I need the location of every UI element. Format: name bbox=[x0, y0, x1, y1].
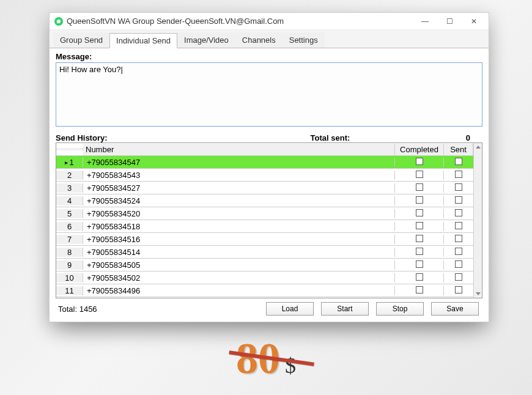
window-title: QueenSoftVN WA Group Sender-QueenSoft.VN… bbox=[67, 17, 413, 26]
load-button[interactable]: Load bbox=[266, 302, 314, 316]
cell-sent[interactable] bbox=[444, 273, 473, 282]
sent-checkbox[interactable] bbox=[455, 273, 462, 281]
cell-number[interactable]: +79055834520 bbox=[83, 209, 395, 218]
message-input[interactable] bbox=[56, 62, 482, 127]
completed-checkbox[interactable] bbox=[416, 209, 423, 216]
table-row[interactable]: 7+79055834516 bbox=[56, 233, 473, 246]
cell-number[interactable]: +79055834527 bbox=[83, 183, 395, 193]
table-row[interactable]: ▸1+79055834547 bbox=[56, 156, 473, 169]
table-row[interactable]: 8+79055834514 bbox=[56, 246, 473, 259]
cell-completed[interactable] bbox=[395, 260, 444, 270]
grid-header-row: Number Completed Sent bbox=[56, 143, 473, 156]
history-header: Send History: Total sent: 0 bbox=[56, 133, 482, 142]
cell-number[interactable]: +79055834516 bbox=[83, 235, 395, 244]
cell-number[interactable]: +79055834496 bbox=[83, 286, 395, 295]
col-number[interactable]: Number bbox=[83, 144, 395, 155]
table-row[interactable]: 4+79055834524 bbox=[56, 194, 473, 207]
app-window: QueenSoftVN WA Group Sender-QueenSoft.VN… bbox=[49, 12, 489, 322]
cell-sent[interactable] bbox=[444, 248, 473, 257]
tab-channels[interactable]: Channels bbox=[235, 32, 283, 48]
cell-sent[interactable] bbox=[444, 286, 473, 295]
cell-completed[interactable] bbox=[395, 196, 444, 205]
cell-completed[interactable] bbox=[395, 248, 444, 257]
footer-buttons: Load Start Stop Save bbox=[266, 302, 482, 316]
row-index: 9 bbox=[56, 260, 83, 270]
table-row[interactable]: 5+79055834520 bbox=[56, 207, 473, 220]
completed-checkbox[interactable] bbox=[416, 248, 423, 255]
cell-number[interactable]: +79055834543 bbox=[83, 171, 395, 180]
col-sent[interactable]: Sent bbox=[444, 144, 473, 155]
tab-bar: Group SendIndividual SendImage/VideoChan… bbox=[50, 30, 489, 48]
completed-checkbox[interactable] bbox=[416, 171, 423, 178]
start-button[interactable]: Start bbox=[321, 302, 369, 316]
sent-checkbox[interactable] bbox=[455, 286, 462, 293]
completed-checkbox[interactable] bbox=[416, 196, 423, 204]
cell-completed[interactable] bbox=[395, 222, 444, 231]
tab-group-send[interactable]: Group Send bbox=[53, 32, 109, 48]
cell-sent[interactable] bbox=[444, 260, 473, 270]
cell-sent[interactable] bbox=[444, 171, 473, 180]
price-display: 80 $ bbox=[236, 333, 296, 384]
sent-checkbox[interactable] bbox=[455, 235, 462, 242]
cell-sent[interactable] bbox=[444, 222, 473, 231]
cell-number[interactable]: +79055834518 bbox=[83, 222, 395, 231]
cell-number[interactable]: +79055834524 bbox=[83, 196, 395, 205]
completed-checkbox[interactable] bbox=[416, 273, 423, 281]
table-row[interactable]: 3+79055834527 bbox=[56, 182, 473, 194]
tab-individual-send[interactable]: Individual Send bbox=[109, 33, 177, 48]
cell-sent[interactable] bbox=[444, 183, 473, 193]
save-button[interactable]: Save bbox=[431, 302, 479, 316]
row-index: 5 bbox=[56, 209, 83, 218]
cell-number[interactable]: +79055834514 bbox=[83, 248, 395, 257]
tab-image-video[interactable]: Image/Video bbox=[177, 32, 235, 48]
sent-checkbox[interactable] bbox=[455, 158, 462, 165]
cell-completed[interactable] bbox=[395, 273, 444, 282]
tab-settings[interactable]: Settings bbox=[283, 32, 325, 48]
table-row[interactable]: 11+79055834496 bbox=[56, 284, 473, 297]
cell-sent[interactable] bbox=[444, 196, 473, 205]
table-row[interactable]: 10+79055834502 bbox=[56, 271, 473, 284]
cell-completed[interactable] bbox=[395, 209, 444, 218]
grid-scrollbar[interactable] bbox=[473, 143, 482, 298]
whatsapp-icon bbox=[54, 17, 63, 26]
minimize-button[interactable]: — bbox=[413, 14, 437, 29]
col-completed[interactable]: Completed bbox=[395, 144, 444, 155]
table-row[interactable]: 6+79055834518 bbox=[56, 220, 473, 233]
cell-completed[interactable] bbox=[395, 158, 444, 167]
cell-completed[interactable] bbox=[395, 286, 444, 295]
cell-number[interactable]: +79055834505 bbox=[83, 260, 395, 270]
price-amount: 80 bbox=[236, 333, 280, 384]
completed-checkbox[interactable] bbox=[416, 158, 423, 165]
completed-checkbox[interactable] bbox=[416, 260, 423, 268]
cell-number[interactable]: +79055834547 bbox=[83, 158, 395, 167]
close-button[interactable]: ✕ bbox=[462, 14, 486, 29]
window-controls: — ☐ ✕ bbox=[413, 14, 486, 29]
cell-completed[interactable] bbox=[395, 183, 444, 193]
sent-checkbox[interactable] bbox=[455, 171, 462, 178]
maximize-button[interactable]: ☐ bbox=[437, 14, 462, 29]
completed-checkbox[interactable] bbox=[416, 286, 423, 293]
completed-checkbox[interactable] bbox=[416, 235, 423, 242]
cell-sent[interactable] bbox=[444, 209, 473, 218]
sent-checkbox[interactable] bbox=[455, 183, 462, 191]
total-count-label: Total: 1456 bbox=[56, 305, 259, 314]
table-row[interactable]: 9+79055834505 bbox=[56, 259, 473, 271]
sent-checkbox[interactable] bbox=[455, 248, 462, 255]
price-currency: $ bbox=[285, 353, 296, 378]
sent-checkbox[interactable] bbox=[455, 260, 462, 268]
table-row[interactable]: 2+79055834543 bbox=[56, 169, 473, 182]
sent-checkbox[interactable] bbox=[455, 222, 462, 229]
sent-checkbox[interactable] bbox=[455, 196, 462, 204]
cell-completed[interactable] bbox=[395, 235, 444, 244]
completed-checkbox[interactable] bbox=[416, 183, 423, 191]
row-index: 8 bbox=[56, 248, 83, 257]
total-sent-value: 0 bbox=[421, 133, 482, 142]
sent-checkbox[interactable] bbox=[455, 209, 462, 216]
cell-number[interactable]: +79055834502 bbox=[83, 273, 395, 282]
completed-checkbox[interactable] bbox=[416, 222, 423, 229]
cell-sent[interactable] bbox=[444, 235, 473, 244]
cell-completed[interactable] bbox=[395, 171, 444, 180]
stop-button[interactable]: Stop bbox=[376, 302, 424, 316]
cell-sent[interactable] bbox=[444, 158, 473, 167]
history-grid[interactable]: Number Completed Sent ▸1+790558345472+79… bbox=[56, 143, 473, 298]
